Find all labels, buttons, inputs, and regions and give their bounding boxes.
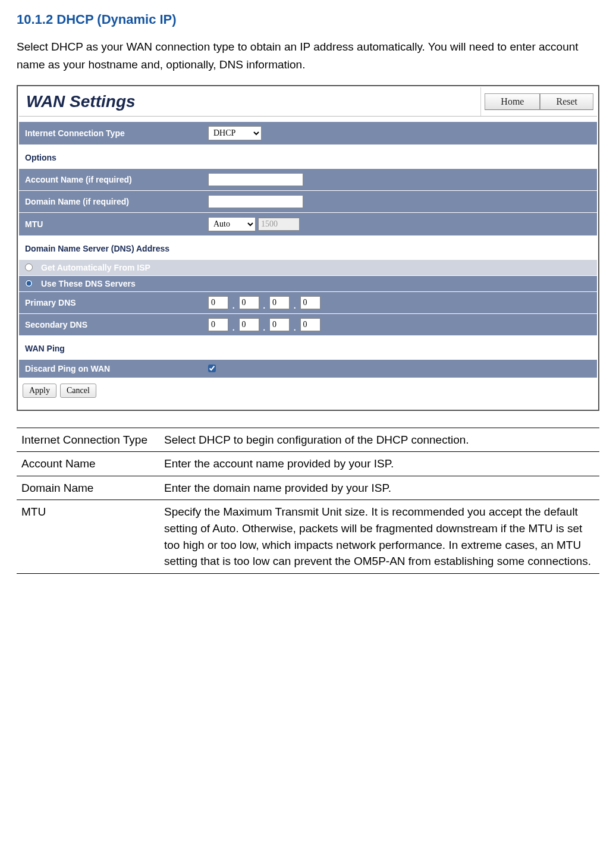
dns-manual-radio[interactable] [25,279,33,287]
domain-name-input[interactable] [208,195,303,208]
table-row: Account Name Enter the account name prov… [17,452,599,476]
table-row: Domain Name Enter the domain name provid… [17,476,599,500]
desc-key: Account Name [17,452,159,476]
row-primary-dns: Primary DNS . . . [19,291,597,313]
row-mtu: MTU Auto [19,212,597,235]
account-name-input[interactable] [208,173,303,186]
dns-header: Domain Name Server (DNS) Address [19,235,597,259]
primary-dns-octet-3[interactable] [269,296,290,309]
primary-dns-octet-4[interactable] [300,296,320,309]
secondary-dns-octet-2[interactable] [239,318,259,331]
dns-manual-label: Use These DNS Servers [41,279,136,288]
description-table: Internet Connection Type Select DHCP to … [17,428,599,574]
row-domain-name: Domain Name (if required) [19,190,597,212]
desc-key: Internet Connection Type [17,428,159,452]
home-button[interactable]: Home [485,93,540,110]
panel-title: WAN Settings [19,87,143,116]
cancel-button[interactable]: Cancel [60,384,96,398]
wan-settings-panel: WAN Settings Home Reset Internet Connect… [17,85,599,411]
label-secondary-dns: Secondary DNS [25,320,203,329]
dns-auto-radio[interactable] [25,263,33,271]
mtu-mode-select[interactable]: Auto [208,217,256,231]
row-account-name: Account Name (if required) [19,168,597,190]
desc-key: MTU [17,500,159,573]
label-connection-type: Internet Connection Type [25,128,203,138]
row-dns-manual[interactable]: Use These DNS Servers [19,275,597,291]
mtu-value-input [258,218,300,231]
dns-auto-label: Get Automatically From ISP [41,263,150,272]
desc-val: Select DHCP to begin configuration of th… [159,428,599,452]
label-discard-ping: Discard Ping on WAN [25,364,203,373]
secondary-dns-octet-3[interactable] [269,318,290,331]
panel-header: WAN Settings Home Reset [19,87,597,117]
primary-dns-octet-2[interactable] [239,296,259,309]
label-domain-name: Domain Name (if required) [25,197,203,206]
options-header: Options [19,144,597,168]
label-account-name: Account Name (if required) [25,175,203,184]
table-row: MTU Specify the Maximum Transmit Unit si… [17,500,599,573]
wan-ping-header: WAN Ping [19,335,597,359]
label-primary-dns: Primary DNS [25,298,203,307]
connection-type-select[interactable]: DHCP [208,126,262,140]
row-internet-connection-type: Internet Connection Type DHCP [19,121,597,144]
desc-val: Enter the account name provided by your … [159,452,599,476]
intro-paragraph: Select DHCP as your WAN connection type … [17,38,599,74]
row-discard-ping: Discard Ping on WAN [19,359,597,378]
apply-button[interactable]: Apply [23,384,56,398]
discard-ping-checkbox[interactable] [208,365,216,372]
desc-val: Enter the domain name provided by your I… [159,476,599,500]
reset-button[interactable]: Reset [540,93,593,110]
label-mtu: MTU [25,219,203,229]
row-secondary-dns: Secondary DNS . . . [19,313,597,335]
desc-key: Domain Name [17,476,159,500]
secondary-dns-octet-4[interactable] [300,318,320,331]
table-row: Internet Connection Type Select DHCP to … [17,428,599,452]
desc-val: Specify the Maximum Transmit Unit size. … [159,500,599,573]
section-heading: 10.1.2 DHCP (Dynamic IP) [17,12,599,27]
row-dns-auto[interactable]: Get Automatically From ISP [19,259,597,275]
primary-dns-octet-1[interactable] [208,296,228,309]
secondary-dns-octet-1[interactable] [208,318,228,331]
